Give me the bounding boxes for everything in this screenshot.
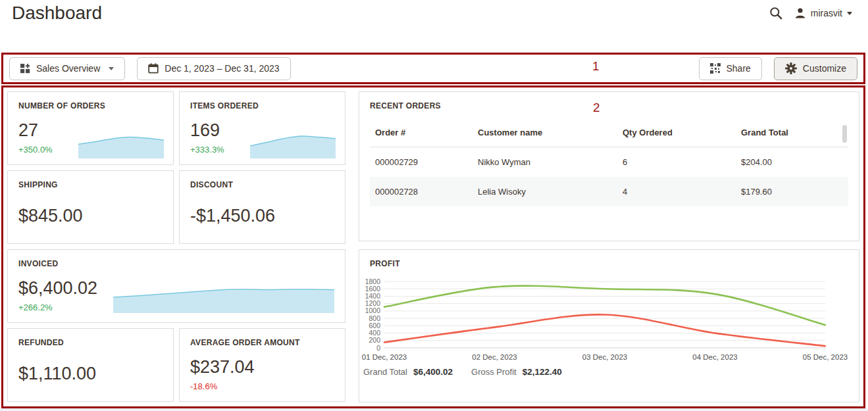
svg-text:1200: 1200 — [365, 299, 381, 307]
scrollbar-thumb[interactable] — [842, 125, 847, 143]
page-bottom-strip — [0, 408, 868, 411]
kpi-column: NUMBER OF ORDERS 27 +350.0% ITEMS ORDERE… — [7, 91, 345, 402]
table-cell: $240.98 — [741, 206, 848, 218]
column-header: Grand Total — [741, 118, 848, 147]
annotation-label-2: 2 — [593, 101, 600, 115]
orders-table: Order # Customer name Qty Ordered Grand … — [370, 118, 848, 218]
column-header: Order # — [370, 118, 478, 147]
table-cell: Chesley Emard — [478, 206, 623, 218]
svg-text:05 Dec, 2023: 05 Dec, 2023 — [803, 353, 848, 361]
orders-table-viewport[interactable]: Order # Customer name Qty Ordered Grand … — [370, 118, 848, 218]
profit-summary: Grand Total $6,400.02 Gross Profit $2,12… — [362, 367, 856, 377]
share-button[interactable]: Share — [699, 57, 762, 80]
kpi-card-number-of-orders: NUMBER OF ORDERS 27 +350.0% — [7, 91, 174, 165]
date-range-button[interactable]: Dec 1, 2023 – Dec 31, 2023 — [137, 57, 290, 80]
kpi-card-discount: DISCOUNT -$1,450.06 — [179, 170, 345, 244]
summary-item: Grand Total $6,400.02 — [363, 367, 453, 377]
table-cell: 4 — [623, 177, 741, 206]
kpi-value: -$1,450.06 — [190, 206, 334, 226]
page-title: Dashboard — [12, 3, 102, 24]
kpi-title: DISCOUNT — [190, 180, 334, 189]
kpi-title: SHIPPING — [18, 180, 163, 189]
svg-text:1600: 1600 — [365, 285, 381, 293]
summary-value: $6,400.02 — [413, 367, 453, 377]
svg-text:02 Dec, 2023: 02 Dec, 2023 — [472, 353, 517, 361]
kpi-delta: -18.6% — [190, 381, 334, 391]
svg-text:400: 400 — [369, 329, 380, 337]
qr-share-icon — [710, 63, 721, 74]
summary-item: Gross Profit $2,122.40 — [471, 367, 562, 377]
search-icon[interactable] — [769, 7, 782, 20]
calendar-icon — [148, 63, 159, 74]
table-cell: 6 — [623, 147, 741, 178]
user-name: mirasvit — [811, 8, 842, 18]
board-selector-button[interactable]: Sales Overview — [9, 57, 125, 80]
summary-label: Grand Total — [363, 367, 407, 377]
header-actions: mirasvit — [769, 4, 852, 22]
svg-text:1000: 1000 — [365, 306, 381, 314]
column-header: Qty Ordered — [623, 118, 741, 147]
annotation-label-1: 1 — [592, 59, 600, 74]
summary-label: Gross Profit — [471, 367, 517, 377]
gear-icon — [785, 62, 797, 74]
kpi-title: AVERAGE ORDER AMOUNT — [190, 338, 334, 347]
kpi-title: REFUNDED — [18, 338, 163, 347]
customize-button[interactable]: Customize — [774, 57, 857, 80]
svg-text:01 Dec, 2023: 01 Dec, 2023 — [362, 353, 407, 361]
person-icon — [794, 7, 806, 19]
svg-text:200: 200 — [369, 336, 380, 344]
table-row[interactable]: 000002727Chesley Emard5$240.98 — [370, 206, 848, 218]
sparkline-chart — [113, 281, 334, 313]
table-cell: 5 — [623, 206, 741, 218]
table-cell: 000002728 — [370, 177, 478, 206]
share-label: Share — [727, 63, 751, 74]
widget-title: RECENT ORDERS — [370, 101, 848, 110]
table-cell: 000002727 — [370, 206, 478, 218]
sparkline-chart — [78, 128, 164, 158]
sparkline-chart — [250, 128, 336, 158]
user-menu[interactable]: mirasvit — [794, 7, 852, 19]
orders-tbody: 000002729Nikko Wyman6$204.00000002728Lel… — [370, 147, 848, 219]
column-header: Customer name — [478, 118, 623, 147]
dashboard-toolbar: Sales Overview Dec 1, 2023 – Dec 31, 202… — [1, 53, 865, 84]
summary-value: $2,122.40 — [523, 367, 562, 377]
svg-text:800: 800 — [369, 314, 380, 322]
table-cell: 000002729 — [370, 147, 478, 178]
svg-text:600: 600 — [369, 322, 380, 329]
kpi-card-items-ordered: ITEMS ORDERED 169 +333.3% — [179, 91, 345, 165]
kpi-card-refunded: REFUNDED $1,110.00 — [7, 328, 174, 402]
date-range-label: Dec 1, 2023 – Dec 31, 2023 — [165, 63, 279, 74]
profit-line-chart: 02004006008001000120014001600180001 Dec,… — [362, 274, 857, 364]
kpi-title: NUMBER OF ORDERS — [18, 101, 163, 110]
kpi-value: $845.00 — [18, 206, 163, 226]
kpi-card-shipping: SHIPPING $845.00 — [7, 170, 174, 244]
board-selector-label: Sales Overview — [36, 63, 100, 74]
svg-text:0: 0 — [376, 344, 380, 352]
widget-title: PROFIT — [362, 259, 856, 268]
kpi-title: INVOICED — [18, 259, 334, 268]
profit-widget: PROFIT 020040060080010001200140016001800… — [359, 249, 859, 402]
svg-text:03 Dec, 2023: 03 Dec, 2023 — [582, 353, 627, 361]
kpi-value: $1,110.00 — [18, 364, 163, 384]
customize-label: Customize — [803, 63, 846, 74]
svg-text:1800: 1800 — [365, 278, 381, 285]
dashboard-content: NUMBER OF ORDERS 27 +350.0% ITEMS ORDERE… — [1, 85, 865, 408]
kpi-title: ITEMS ORDERED — [190, 101, 334, 110]
table-cell: Lelia Wisoky — [478, 177, 623, 206]
svg-text:1400: 1400 — [365, 292, 381, 300]
svg-text:04 Dec, 2023: 04 Dec, 2023 — [692, 353, 737, 361]
kpi-value: $237.04 — [190, 358, 334, 377]
table-cell: $179.60 — [741, 177, 848, 206]
widgets-column: RECENT ORDERS Order # Customer name Qty … — [359, 91, 859, 402]
table-cell: Nikko Wyman — [478, 147, 623, 178]
table-header-row: Order # Customer name Qty Ordered Grand … — [370, 118, 848, 147]
table-row[interactable]: 000002729Nikko Wyman6$204.00 — [370, 147, 848, 178]
recent-orders-widget: RECENT ORDERS Order # Customer name Qty … — [359, 91, 859, 241]
kpi-card-invoiced: INVOICED $6,400.02 +266.2% — [7, 249, 345, 323]
table-cell: $204.00 — [741, 147, 848, 178]
table-row[interactable]: 000002728Lelia Wisoky4$179.60 — [370, 177, 848, 206]
kpi-card-average-order-amount: AVERAGE ORDER AMOUNT $237.04 -18.6% — [179, 328, 345, 402]
chevron-down-icon — [847, 12, 852, 15]
board-grid-icon — [20, 64, 30, 74]
chevron-down-icon — [109, 67, 114, 70]
